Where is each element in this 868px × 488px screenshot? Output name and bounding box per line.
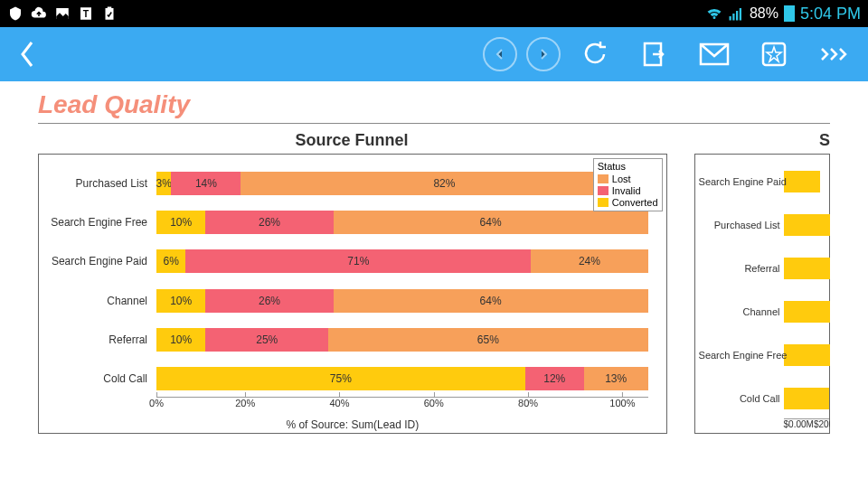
bar-segment <box>784 301 830 323</box>
axis-tick: 80% <box>518 398 538 415</box>
svg-rect-7 <box>736 11 738 21</box>
bar-segment <box>784 388 829 409</box>
bar-row: Cold Call75%12%13% <box>156 367 648 390</box>
chart1-x-label: % of Source: Sum(Lead ID) <box>39 418 666 431</box>
bar-row: Search Engine Paid <box>784 171 820 192</box>
bar-category-label: Search Engine Free <box>41 216 153 229</box>
bar-row: Channel10%26%64% <box>156 289 648 313</box>
bar-segment: 14% <box>171 172 241 195</box>
bar-category-label: Referral <box>41 333 153 346</box>
svg-rect-8 <box>740 8 741 21</box>
shield-icon <box>7 5 24 22</box>
axis-tick: 20% <box>235 398 255 415</box>
bar-segment: 65% <box>328 328 647 352</box>
nav-next-button[interactable] <box>526 37 561 71</box>
svg-text:T: T <box>83 8 90 19</box>
bar-category-label: Channel <box>699 306 784 317</box>
bar-row: Purchased List3%14%82% <box>156 172 648 195</box>
bar-row: Purchased List <box>784 214 830 236</box>
chart2-title: S <box>693 131 830 150</box>
legend-item: Lost <box>598 174 658 184</box>
bar-row: Search Engine Free10%26%64% <box>156 211 648 234</box>
bar-segment: 25% <box>205 328 328 352</box>
bar-row: Referral10%25%65% <box>156 328 648 352</box>
bar-category-label: Purchased List <box>699 220 784 230</box>
clipboard-icon <box>101 5 118 22</box>
bar-segment: 12% <box>525 367 584 390</box>
bar-segment: 13% <box>584 367 648 390</box>
bar-category-label: Cold Call <box>41 372 153 385</box>
chart1-legend: Status Lost Invalid Converted <box>593 158 663 211</box>
axis-tick: 100% <box>609 398 635 415</box>
axis-tick: 40% <box>329 398 349 415</box>
bar-segment: 26% <box>205 289 333 313</box>
bar-segment: 75% <box>156 367 525 390</box>
bar-row: Referral <box>784 258 830 279</box>
chart2-x-axis: $0.00M $2000 <box>784 418 829 429</box>
legend-swatch <box>598 198 609 207</box>
battery-percent: 88% <box>750 5 778 22</box>
svg-rect-6 <box>732 14 734 21</box>
bar-segment: 6% <box>156 249 185 273</box>
nav-prev-button[interactable] <box>483 37 517 71</box>
page-title: Lead Quality <box>38 90 830 124</box>
legend-item: Invalid <box>598 185 658 196</box>
bar-segment: 10% <box>156 289 205 313</box>
bar-segment <box>784 344 830 366</box>
signal-icon <box>728 5 744 22</box>
bar-category-label: Search Engine Paid <box>41 255 153 267</box>
back-button[interactable] <box>9 36 45 72</box>
axis-tick: 60% <box>424 398 444 415</box>
bar-row: Search Engine Free <box>784 344 830 366</box>
source-funnel-chart[interactable]: Status Lost Invalid Converted Purchased … <box>38 154 667 434</box>
bar-segment: 10% <box>156 328 205 352</box>
bar-segment: 64% <box>334 211 648 234</box>
chart1-x-axis: 0%20%40%60%80%100% <box>156 397 648 415</box>
refresh-button[interactable] <box>577 36 613 72</box>
bar-segment <box>784 258 830 279</box>
favorite-button[interactable] <box>756 36 792 72</box>
t-mobile-icon: T <box>78 5 94 22</box>
export-button[interactable] <box>637 36 673 72</box>
bar-segment: 71% <box>185 249 531 273</box>
image-icon <box>54 5 71 22</box>
axis-tick: 0% <box>149 398 164 415</box>
more-button[interactable] <box>816 36 852 72</box>
bar-row: Cold Call <box>784 388 829 409</box>
cloud-upload-icon <box>31 5 47 22</box>
email-button[interactable] <box>696 36 732 72</box>
bar-segment: 82% <box>241 172 647 195</box>
bar-row: Channel <box>784 301 830 323</box>
clock-time: 5:04 PM <box>800 5 861 23</box>
legend-item: Converted <box>598 197 658 208</box>
bar-category-label: Channel <box>41 295 153 307</box>
bar-category-label: Search Engine Paid <box>699 176 784 187</box>
legend-title: Status <box>598 161 658 172</box>
wifi-icon <box>706 5 722 22</box>
bar-category-label: Search Engine Free <box>699 350 784 361</box>
bar-row: Search Engine Paid6%71%24% <box>156 249 648 273</box>
bar-segment: 24% <box>531 249 647 273</box>
svg-rect-3 <box>106 8 114 20</box>
legend-swatch <box>598 186 609 195</box>
chart1-bars: Purchased List3%14%82%Search Engine Free… <box>156 164 648 399</box>
bar-segment <box>784 171 820 192</box>
android-status-bar: T 88% 5:04 PM <box>0 0 868 27</box>
bar-segment <box>784 214 830 236</box>
legend-swatch <box>598 174 609 183</box>
bar-segment: 3% <box>156 172 171 195</box>
bar-category-label: Referral <box>699 263 784 274</box>
bar-category-label: Cold Call <box>699 393 784 404</box>
bar-segment: 10% <box>156 211 205 234</box>
svg-rect-4 <box>108 7 112 10</box>
content-area: Lead Quality Source Funnel S Status Lost… <box>0 81 868 434</box>
app-toolbar <box>0 27 868 81</box>
status-right-icons: 88% 5:04 PM <box>706 5 861 23</box>
secondary-chart[interactable]: Search Engine PaidPurchased ListReferral… <box>694 154 830 434</box>
bar-category-label: Purchased List <box>41 177 153 190</box>
chart1-title: Source Funnel <box>38 131 665 150</box>
svg-rect-5 <box>729 16 731 21</box>
status-left-icons: T <box>7 5 118 22</box>
bar-segment: 26% <box>205 211 333 234</box>
bar-segment: 64% <box>334 289 648 313</box>
